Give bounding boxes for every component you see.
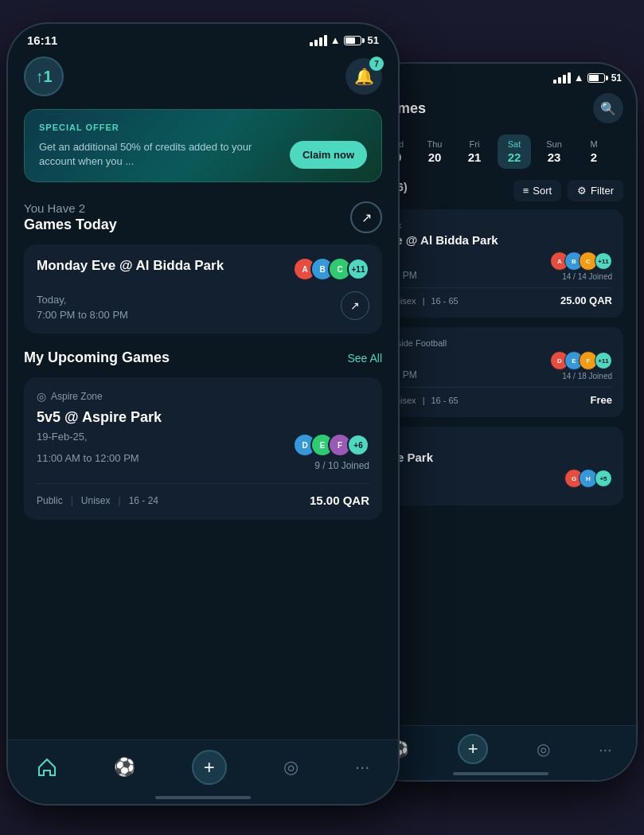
upcoming-time: 11:00 AM to 12:00 PM bbox=[37, 452, 139, 464]
right-header: Games 🔍 bbox=[378, 87, 623, 135]
filter-button[interactable]: ⚙ Filter bbox=[568, 180, 623, 201]
date-tab-mon[interactable]: M 2 bbox=[577, 135, 611, 169]
games-today-title: Games Today bbox=[24, 217, 117, 233]
left-phone-content: ↑1 🔔 7 SPECIAL OFFER Get an additional 5… bbox=[8, 50, 398, 786]
phones-container: 16:11 🔕 ▲ 51 ↑1 🔔 bbox=[0, 0, 644, 835]
battery-pct: 51 bbox=[368, 34, 379, 46]
today-card-header: Monday Eve @ Al Bidda Park A B C +11 bbox=[37, 257, 369, 281]
signal-bars bbox=[310, 35, 327, 46]
filter-icon: ⚙ bbox=[577, 185, 587, 197]
tag-age: 16 - 24 bbox=[129, 495, 158, 506]
status-icons-right: ▲ 51 bbox=[553, 72, 622, 84]
upcoming-header: My Upcoming Games See All bbox=[24, 349, 382, 366]
card-divider bbox=[37, 483, 369, 484]
right-card-mid-2: 00 PM D E F +11 14 / 18 Joined bbox=[389, 351, 612, 380]
right-price-1: 25.00 QAR bbox=[560, 295, 612, 306]
right-phone: 12:00 ▲ 51 Games 🔍 bbox=[365, 64, 636, 780]
right-price-2: Free bbox=[591, 394, 612, 406]
status-icons-left: ▲ 51 bbox=[310, 34, 379, 46]
upcoming-avatars-section: D E F +6 9 / 10 Joined bbox=[293, 433, 369, 471]
right-game-title-1: ve @ Al Bidda Park bbox=[389, 233, 612, 247]
right-tags-2: Unisex | 16 - 65 Free bbox=[389, 394, 612, 406]
filter-row: ≡ Sort ⚙ Filter bbox=[513, 180, 623, 201]
right-card-2[interactable]: a-side Football 00 PM D E F +11 14 / 18 … bbox=[378, 327, 623, 417]
right-location-2: a-side Football bbox=[389, 338, 612, 348]
today-time-block: Today, 7:00 PM to 8:00 PM bbox=[37, 291, 128, 321]
right-card-mid-1: 00 PM A B C +11 14 / 14 Joined bbox=[389, 252, 612, 281]
right-avatars-section-2: D E F +11 14 / 18 Joined bbox=[550, 351, 612, 380]
bottom-nav-left: ⚽ + ◎ ··· bbox=[8, 739, 398, 804]
upcoming-card-mid: 19-Feb-25, 11:00 AM to 12:00 PM D E F +6… bbox=[37, 431, 369, 474]
ra-count-1: +11 bbox=[595, 252, 612, 270]
upcoming-game-card[interactable]: ◎ Aspire Zone 5v5 @ Aspire Park 19-Feb-2… bbox=[24, 377, 382, 520]
notification-badge: 7 bbox=[369, 57, 384, 71]
notification-button[interactable]: 🔔 7 bbox=[345, 58, 382, 95]
today-time: 7:00 PM to 8:00 PM bbox=[37, 309, 128, 321]
r-tag-age-1: 16 - 65 bbox=[431, 296, 458, 306]
battery-pct-right: 51 bbox=[611, 72, 622, 84]
date-tab-fri[interactable]: Fri 21 bbox=[458, 135, 491, 169]
left-phone: 16:11 🔕 ▲ 51 ↑1 🔔 bbox=[8, 24, 398, 804]
right-divider-1 bbox=[389, 287, 612, 288]
right-phone-content: Games 🔍 Wed 19 Thu 20 Fri 21 Sat bbox=[365, 87, 636, 716]
right-location-3: ne bbox=[389, 438, 612, 447]
special-offer-card: SPECIAL OFFER Get an additional 50% of c… bbox=[24, 109, 382, 182]
wifi-icon-right: ▲ bbox=[574, 72, 584, 84]
ra-count-3: +5 bbox=[595, 470, 612, 487]
wifi-icon: ▲ bbox=[330, 34, 341, 46]
right-nav-compass[interactable]: ◎ bbox=[537, 739, 550, 759]
today-avatars: A B C +11 bbox=[293, 257, 369, 281]
home-indicator-left bbox=[155, 796, 251, 799]
sort-button[interactable]: ≡ Sort bbox=[513, 180, 561, 201]
right-avatars-2: D E F +11 bbox=[550, 351, 612, 370]
date-tab-sat[interactable]: Sat 22 bbox=[498, 135, 531, 169]
right-card-1[interactable]: ark ve @ Al Bidda Park 00 PM A B C +11 1… bbox=[378, 209, 623, 318]
notch-left bbox=[155, 24, 251, 46]
special-offer-row: Get an additional 50% of credits added t… bbox=[39, 140, 367, 169]
upcoming-avatars: D E F +6 bbox=[293, 433, 369, 457]
upcoming-location: ◎ Aspire Zone bbox=[37, 390, 369, 403]
upcoming-game-title: 5v5 @ Aspire Park bbox=[37, 409, 369, 426]
see-all-link[interactable]: See All bbox=[347, 352, 382, 365]
app-logo[interactable]: ↑1 bbox=[24, 57, 64, 96]
today-game-card[interactable]: Monday Eve @ Al Bidda Park A B C +11 Tod… bbox=[24, 244, 382, 334]
date-tab-sun[interactable]: Sun 23 bbox=[537, 135, 571, 169]
games-today-prefix: You Have 2 bbox=[24, 201, 117, 215]
battery-right bbox=[587, 73, 608, 83]
right-avatars-section-1: A B C +11 14 / 14 Joined bbox=[550, 252, 612, 281]
upcoming-title: My Upcoming Games bbox=[24, 349, 170, 366]
nav-add[interactable]: + bbox=[192, 750, 227, 785]
right-card-3[interactable]: ne ire Park G H +5 bbox=[378, 427, 623, 505]
games-today-title-block: You Have 2 Games Today bbox=[24, 201, 117, 233]
upcoming-tags: Public | Unisex | 16 - 24 bbox=[37, 495, 158, 506]
today-game-title: Monday Eve @ Al Bidda Park bbox=[37, 257, 224, 275]
notch-right bbox=[453, 64, 548, 86]
upcoming-date: 19-Feb-25, bbox=[37, 431, 139, 443]
right-nav-dots[interactable]: ··· bbox=[599, 740, 612, 759]
signal-bars-right bbox=[553, 72, 571, 84]
right-location-1: ark bbox=[389, 220, 612, 230]
app-header: ↑1 🔔 7 bbox=[24, 50, 382, 109]
joined-2: 14 / 18 Joined bbox=[550, 372, 612, 380]
nav-dots[interactable]: ··· bbox=[355, 757, 369, 778]
joined-1: 14 / 14 Joined bbox=[550, 272, 612, 281]
right-tags-1: Unisex | 16 - 65 25.00 QAR bbox=[389, 295, 612, 306]
right-game-title-3: ire Park bbox=[389, 451, 612, 464]
tag-unisex: Unisex bbox=[81, 495, 111, 506]
nav-home[interactable] bbox=[37, 757, 57, 778]
games-today-arrow[interactable]: ↗ bbox=[350, 201, 382, 233]
nav-compass[interactable]: ◎ bbox=[283, 757, 299, 778]
today-card-arrow[interactable]: ↗ bbox=[341, 291, 369, 320]
right-divider-2 bbox=[389, 387, 612, 388]
date-tabs: Wed 19 Thu 20 Fri 21 Sat 22 Sun 23 bbox=[378, 135, 623, 169]
ra-count-2: +11 bbox=[595, 352, 612, 369]
claim-button[interactable]: Claim now bbox=[290, 141, 367, 169]
right-avatars-1: A B C +11 bbox=[550, 252, 612, 271]
nav-ball[interactable]: ⚽ bbox=[114, 757, 135, 778]
date-tab-thu[interactable]: Thu 20 bbox=[418, 135, 451, 169]
right-nav-add[interactable]: + bbox=[458, 734, 488, 764]
special-offer-label: SPECIAL OFFER bbox=[39, 123, 367, 132]
search-button[interactable]: 🔍 bbox=[593, 93, 623, 123]
upcoming-card-footer: Public | Unisex | 16 - 24 15.00 QAR bbox=[37, 494, 369, 507]
home-indicator-right bbox=[453, 772, 548, 775]
